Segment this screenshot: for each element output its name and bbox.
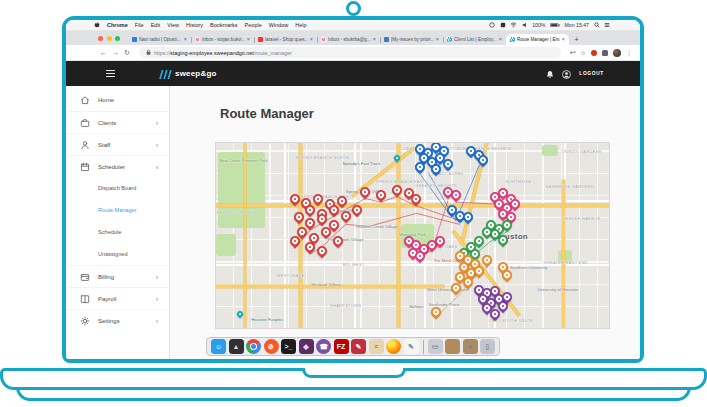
sweep-favicon	[510, 37, 515, 42]
route-map[interactable]: Bear Creek Pioneers ParkSPRING BRANCH NO…	[215, 142, 610, 329]
laptop-notch	[302, 368, 406, 378]
dock-icon-trash[interactable]: ▯	[480, 339, 495, 354]
browser-tab-inbox-sbukrba-g[interactable]: MInbox - sbukrba@g...×	[317, 34, 380, 45]
sidebar-item-payroll[interactable]: Payroll∨	[66, 287, 169, 309]
battery-icon[interactable]	[550, 23, 560, 28]
dock-icon-blocked-app[interactable]: ⊘	[264, 339, 279, 354]
dock-icon-screenshot-window[interactable]: ▭	[428, 339, 443, 354]
address-bar[interactable]: https://staging-employee.sweepandgo.net/…	[139, 47, 561, 58]
tab-close-icon[interactable]: ×	[562, 37, 565, 43]
extension-icon-gray[interactable]	[602, 50, 608, 56]
screen: ChromeFileEditViewHistoryBookmarksPeople…	[66, 20, 640, 359]
dock-icon-notes[interactable]: ✎	[404, 339, 419, 354]
chrome-menu-icon[interactable]: ⋮	[626, 50, 632, 56]
notifications-bell-icon[interactable]	[546, 65, 554, 83]
dock-icon-paint-app[interactable]: ✎	[351, 339, 366, 354]
volume-icon[interactable]	[522, 22, 528, 28]
dock-icon-finder[interactable]: ☺	[211, 339, 226, 354]
share-icon[interactable]: ↩	[570, 49, 576, 56]
app-logo[interactable]: sweep&go	[159, 65, 217, 83]
menu-file[interactable]: File	[135, 22, 144, 28]
browser-tab-route-manager-em[interactable]: Route Manager | Em...×	[506, 34, 569, 45]
spotlight-icon[interactable]	[594, 22, 600, 28]
dock-icon-chrome[interactable]	[246, 339, 261, 354]
status-box-icon[interactable]	[500, 22, 506, 28]
browser-tab-laravel-shop-ques[interactable]: laravel - Shop ques...×	[254, 34, 317, 45]
menu-history[interactable]: History	[186, 22, 203, 28]
sidebar-subitem-unassigned[interactable]: Unassigned	[66, 243, 169, 265]
bookmark-star-icon[interactable]: ☆	[581, 50, 586, 56]
tab-close-icon[interactable]: ×	[184, 37, 187, 43]
menu-help[interactable]: Help	[295, 22, 306, 28]
back-button[interactable]: ←	[100, 49, 107, 56]
dock-icon-filezilla[interactable]: FZ	[334, 339, 349, 354]
logout-button[interactable]: LOGOUT	[579, 71, 604, 76]
apple-menu-icon[interactable]	[94, 21, 100, 30]
url-path: /route_manager	[254, 50, 292, 56]
dock-icon-folder-apps[interactable]: ▪	[463, 339, 478, 354]
macos-dock: ☺▲⊘>_◆☎FZ✎≡✎▭▪▯	[206, 337, 500, 356]
account-icon[interactable]	[562, 65, 571, 83]
laptop-mockup: ChromeFileEditViewHistoryBookmarksPeople…	[0, 0, 707, 407]
url-scheme: https://	[154, 50, 170, 56]
browser-tab-inbox-stojan-bukvi[interactable]: MInbox - stojan.bukvi...×	[191, 34, 254, 45]
tab-close-icon[interactable]: ×	[247, 37, 250, 43]
dock-separator	[423, 340, 424, 354]
new-tab-button[interactable]: +	[571, 34, 582, 45]
hamburger-menu-icon[interactable]	[106, 70, 115, 77]
wifi-icon[interactable]	[510, 22, 517, 28]
chevron-down-icon: ∨	[155, 296, 159, 302]
tab-close-icon[interactable]: ×	[373, 37, 376, 43]
window-minimize-button[interactable]	[107, 36, 112, 41]
dock-icon-purple-app[interactable]: ◆	[299, 339, 314, 354]
sidebar-item-scheduler[interactable]: Scheduler∧	[66, 155, 169, 177]
tab-close-icon[interactable]: ×	[499, 37, 502, 43]
profile-avatar[interactable]	[613, 49, 621, 57]
sidebar-subitem-dispatch-board[interactable]: Dispatch Board	[66, 177, 169, 199]
extension-icon-red[interactable]	[591, 50, 597, 56]
sidebar-item-billing[interactable]: Billing∨	[66, 265, 169, 287]
sidebar-item-settings[interactable]: Settings∨	[66, 309, 169, 331]
dock-icon-terminal[interactable]: >_	[281, 339, 296, 354]
browser-tab-client-list-employ[interactable]: Client List | Employ...×	[443, 34, 506, 45]
sidebar-item-clients[interactable]: Clients∨	[66, 111, 169, 133]
tab-close-icon[interactable]: ×	[436, 37, 439, 43]
tab-list: Naxi radio | Opusti...×MInbox - stojan.b…	[128, 34, 569, 45]
sidebar-item-home[interactable]: Home	[66, 89, 169, 111]
menubar-status: 100% Mon 15:47	[489, 22, 610, 28]
sidebar-subitem-schedule[interactable]: Schedule	[66, 221, 169, 243]
dock-icon-viber[interactable]: ☎	[316, 339, 331, 354]
sidebar-item-label: Scheduler	[98, 164, 147, 170]
menu-people[interactable]: People	[245, 22, 262, 28]
tab-close-icon[interactable]: ×	[310, 37, 313, 43]
menu-chrome[interactable]: Chrome	[107, 22, 128, 28]
tab-title: Inbox - sbukrba@g...	[328, 37, 371, 42]
header-actions: LOGOUT	[546, 65, 604, 83]
reload-button[interactable]: ↻	[124, 49, 130, 56]
status-app-icon[interactable]	[489, 22, 495, 28]
menu-bookmarks[interactable]: Bookmarks	[210, 22, 238, 28]
menubar-clock[interactable]: Mon 15:47	[564, 22, 589, 28]
menu-window[interactable]: Window	[269, 22, 289, 28]
sidebar-item-label: Payroll	[98, 296, 147, 302]
dock-icon-stack-app[interactable]: ≡	[369, 339, 384, 354]
chevron-down-icon: ∨	[155, 274, 159, 280]
window-close-button[interactable]	[98, 36, 103, 41]
dock-icon-launchpad[interactable]: ▲	[229, 339, 244, 354]
sidebar-subitem-route-manager[interactable]: Route Manager	[66, 199, 169, 221]
browser-tab-my-issues-by-priori[interactable]: [My-issues by priori...×	[380, 34, 443, 45]
menu-edit[interactable]: Edit	[151, 22, 160, 28]
sidebar-item-staff[interactable]: Staff∨	[66, 133, 169, 155]
home-icon	[80, 95, 90, 105]
forward-button[interactable]: →	[112, 49, 119, 56]
browser-tab-naxi-radio-opusti[interactable]: Naxi radio | Opusti...×	[128, 34, 191, 45]
chevron-down-icon: ∨	[155, 142, 159, 148]
menu-view[interactable]: View	[167, 22, 179, 28]
window-zoom-button[interactable]	[115, 36, 120, 41]
url-host: staging-employee.sweepandgo.net	[170, 50, 254, 56]
switcher-icon[interactable]	[604, 22, 610, 28]
dock-icon-firefox[interactable]	[386, 339, 401, 354]
dock-icon-folder-downloads[interactable]	[445, 339, 460, 354]
gmail-favicon: M	[321, 37, 326, 42]
chevron-up-icon: ∧	[155, 164, 159, 170]
